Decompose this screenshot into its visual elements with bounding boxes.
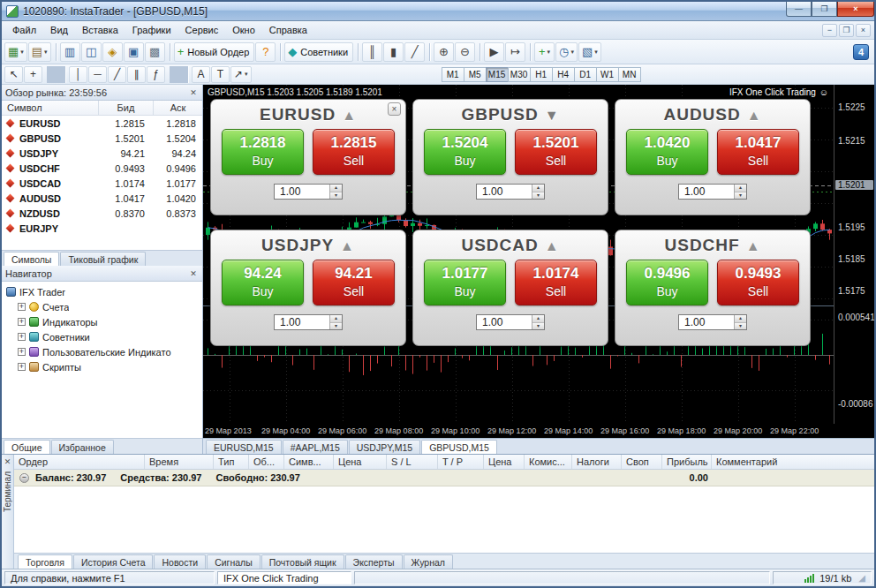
sell-button[interactable]: 0.9493 Sell (717, 260, 799, 305)
templates-button[interactable]: ▧ ▾ (578, 42, 601, 62)
spinner-buttons[interactable]: ▴▾ (532, 185, 544, 199)
buy-button[interactable]: 1.0177 Buy (424, 260, 506, 305)
spinner-buttons[interactable]: ▴▾ (329, 315, 342, 329)
symbol-row[interactable]: EURJPY (2, 221, 202, 236)
trendline-tool[interactable]: ╱ (108, 66, 126, 83)
auto-scroll-toggle[interactable]: ▶ (484, 42, 504, 62)
sell-button[interactable]: 1.0417 Sell (717, 129, 799, 175)
tree-item[interactable]: Счета (6, 299, 202, 314)
sell-button[interactable]: 94.21 Sell (313, 260, 395, 305)
maximize-button[interactable]: ❐ (812, 2, 837, 17)
expert-advisors-button[interactable]: ◆ Советники (284, 42, 353, 62)
buy-button[interactable]: 0.9496 Buy (626, 260, 708, 305)
timeframe-button[interactable]: M15 (486, 67, 509, 82)
volume-spinner[interactable]: 1.00 ▴▾ (274, 314, 343, 330)
spinner-buttons[interactable]: ▴▾ (734, 315, 746, 329)
symbol-row[interactable]: USDJPY 94.21 94.24 (2, 146, 202, 161)
notifications-badge[interactable]: 4 (853, 44, 869, 60)
menu-item[interactable]: Вид (43, 22, 75, 38)
navigator-toggle[interactable]: ◈ (102, 42, 123, 62)
mdi-restore-icon[interactable]: ❐ (839, 24, 854, 37)
timeframe-button[interactable]: W1 (596, 67, 619, 82)
timeframe-button[interactable]: M30 (508, 67, 531, 82)
menu-item[interactable]: Вставка (75, 22, 125, 38)
horizontal-line-tool[interactable]: ─ (88, 66, 107, 83)
text-tool[interactable]: A (192, 66, 210, 83)
chart-shift-toggle[interactable]: ↦ (505, 42, 525, 62)
label-tool[interactable]: T (211, 66, 230, 83)
market-watch-toggle[interactable]: ▥ (60, 42, 80, 62)
cursor-tool[interactable]: ↖ (4, 66, 23, 83)
navigator-tab[interactable]: Общие (4, 440, 50, 454)
symbol-row[interactable]: AUDUSD 1.0417 1.0420 (2, 191, 202, 206)
sell-button[interactable]: 1.5201 Sell (515, 129, 597, 175)
terminal-toggle[interactable]: ▣ (124, 42, 144, 62)
new-order-button[interactable]: + Новый Ордер (174, 42, 255, 62)
terminal-tab[interactable]: Журнал (404, 554, 453, 569)
navigator-tab[interactable]: Избранное (51, 440, 114, 454)
expand-icon[interactable] (18, 333, 26, 341)
close-icon[interactable]: ✕ (188, 88, 199, 97)
mdi-minimize-icon[interactable]: − (822, 24, 837, 37)
menu-item[interactable]: Сервис (178, 22, 226, 38)
chart-tab[interactable]: GBPUSD,M15 (421, 440, 497, 454)
chart-tab[interactable]: #AAPL,M15 (283, 440, 348, 454)
channel-tool[interactable]: ∥ (127, 66, 146, 83)
spinner-buttons[interactable]: ▴▾ (532, 315, 544, 329)
volume-spinner[interactable]: 1.00 ▴▾ (476, 184, 545, 200)
chart-tab[interactable]: EURUSD,M15 (206, 440, 282, 454)
vertical-line-tool[interactable]: │ (69, 66, 87, 83)
terminal-tab[interactable]: Новости (154, 554, 206, 569)
terminal-tab[interactable]: Сигналы (207, 554, 261, 569)
line-chart-button[interactable]: ╱ (404, 42, 425, 62)
volume-spinner[interactable]: 1.00 ▴▾ (678, 314, 747, 330)
timeframe-button[interactable]: H4 (552, 67, 575, 82)
symbol-row[interactable]: USDCAD 1.0174 1.0177 (2, 176, 202, 191)
symbol-row[interactable]: EURUSD 1.2815 1.2818 (2, 116, 202, 131)
new-chart-button[interactable]: ▦ ▾ (4, 42, 27, 62)
expand-icon[interactable] (18, 363, 26, 371)
tree-item[interactable]: Индикаторы (6, 314, 202, 329)
resize-grip[interactable]: ◢ (858, 573, 865, 583)
sell-button[interactable]: 1.2815 Sell (313, 129, 395, 175)
bar-chart-button[interactable]: ║ (362, 42, 382, 62)
timeframe-button[interactable]: M5 (464, 67, 487, 82)
sell-button[interactable]: 1.0174 Sell (515, 260, 597, 305)
close-button[interactable]: × (837, 2, 874, 17)
menu-item[interactable]: Файл (5, 22, 43, 38)
help-button[interactable]: ? (255, 42, 276, 62)
buy-button[interactable]: 1.5204 Buy (424, 129, 506, 175)
tree-item[interactable]: Пользовательские Индикато (6, 344, 202, 359)
minimize-button[interactable]: — (786, 2, 812, 17)
chart-tab[interactable]: USDJPY,M15 (349, 440, 420, 454)
spinner-buttons[interactable]: ▴▾ (734, 185, 746, 199)
timeframe-button[interactable]: H1 (530, 67, 553, 82)
tree-item-ifx-trader[interactable]: IFX Trader (6, 284, 202, 299)
volume-spinner[interactable]: 1.00 ▴▾ (678, 184, 747, 200)
buy-button[interactable]: 1.2818 Buy (222, 129, 304, 175)
smiley-icon[interactable]: ☺ (819, 87, 828, 97)
close-icon[interactable]: ✕ (3, 457, 13, 466)
zoom-out-button[interactable]: ⊖ (455, 42, 475, 62)
candlestick-chart-button[interactable]: ▮ (383, 42, 404, 62)
symbol-row[interactable]: NZDUSD 0.8370 0.8373 (2, 206, 202, 221)
timeframe-button[interactable]: D1 (574, 67, 597, 82)
menu-item[interactable]: Окно (225, 22, 262, 38)
zoom-in-button[interactable]: ⊕ (434, 42, 454, 62)
mdi-close-icon[interactable]: × (856, 24, 871, 37)
indicators-button[interactable]: + ▾ (534, 42, 555, 62)
buy-button[interactable]: 94.24 Buy (222, 260, 304, 305)
timeframe-button[interactable]: MN (618, 67, 641, 82)
expand-icon[interactable] (18, 318, 26, 326)
buy-button[interactable]: 1.0420 Buy (626, 129, 708, 175)
tree-item[interactable]: Советники (6, 329, 202, 344)
timeframe-button[interactable]: M1 (442, 67, 464, 82)
menu-item[interactable]: Справка (262, 22, 314, 38)
crosshair-tool[interactable]: + (24, 66, 42, 83)
terminal-tab[interactable]: Эксперты (345, 554, 403, 569)
close-icon[interactable]: ✕ (188, 269, 199, 278)
tree-item[interactable]: Скрипты (6, 359, 202, 374)
symbol-row[interactable]: USDCHF 0.9493 0.9496 (2, 161, 202, 176)
data-window-toggle[interactable]: ◫ (81, 42, 102, 62)
profiles-button[interactable]: ▤ ▾ (28, 42, 51, 62)
